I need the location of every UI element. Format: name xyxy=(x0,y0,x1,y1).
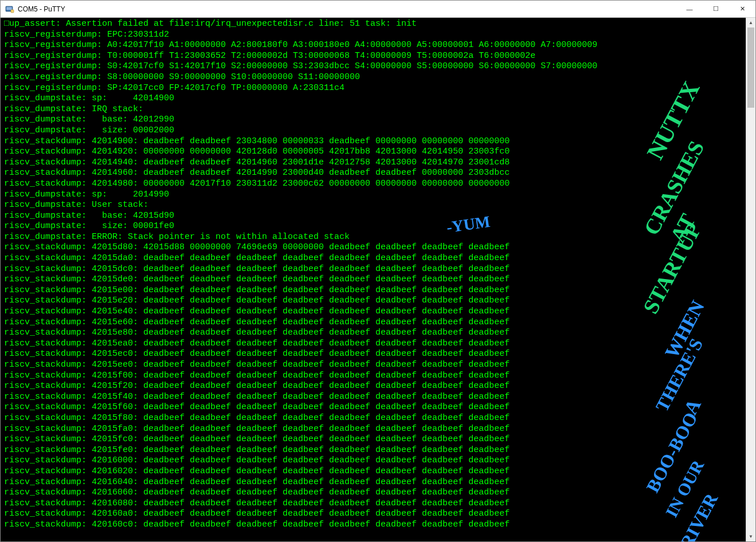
terminal-line: riscv_stackdump: 42015fc0: deadbeef dead… xyxy=(4,434,746,445)
terminal-line: riscv_stackdump: 42014940: deadbeef dead… xyxy=(4,158,746,168)
terminal-line: riscv_stackdump: 420160a0: deadbeef dead… xyxy=(4,509,746,520)
terminal-line: riscv_stackdump: 42015e60: deadbeef dead… xyxy=(4,317,746,328)
terminal-line: riscv_registerdump: T0:000001ff T1:23003… xyxy=(4,51,746,62)
terminal-line: riscv_registerdump: S8:00000000 S9:00000… xyxy=(4,72,746,83)
terminal-line: riscv_registerdump: EPC:230311d2 xyxy=(4,30,746,41)
minimize-button[interactable]: — xyxy=(676,1,703,17)
vertical-scrollbar[interactable]: ▲ ▼ xyxy=(746,18,755,541)
title-bar[interactable]: COM5 - PuTTY — ☐ ✕ xyxy=(1,1,755,18)
terminal-line: riscv_stackdump: 42016060: deadbeef dead… xyxy=(4,488,746,498)
terminal-line: riscv_stackdump: 42014960: deadbeef dead… xyxy=(4,168,746,179)
svg-rect-1 xyxy=(6,7,12,10)
terminal-line: riscv_stackdump: 42016020: deadbeef dead… xyxy=(4,466,746,477)
terminal-line: riscv_registerdump: A0:42017f10 A1:00000… xyxy=(4,40,746,51)
terminal-line: riscv_dumpstate: sp: 2014990 xyxy=(4,190,746,201)
terminal-line: riscv_stackdump: 42015ec0: deadbeef dead… xyxy=(4,349,746,360)
terminal-line: riscv_registerdump: SP:42017cc0 FP:42017… xyxy=(4,83,746,94)
terminal-line: riscv_stackdump: 42016040: deadbeef dead… xyxy=(4,477,746,488)
terminal-line: riscv_dumpstate: base: 42015d90 xyxy=(4,211,746,222)
terminal-line: riscv_stackdump: 42015e80: deadbeef dead… xyxy=(4,328,746,339)
terminal-line: riscv_stackdump: 42014980: 00000000 4201… xyxy=(4,179,746,190)
terminal-line: riscv_stackdump: 42015dc0: deadbeef dead… xyxy=(4,264,746,275)
terminal-line: riscv_stackdump: 42016080: deadbeef dead… xyxy=(4,498,746,509)
scroll-up-button[interactable]: ▲ xyxy=(746,18,755,28)
terminal-line: riscv_stackdump: 42015e20: deadbeef dead… xyxy=(4,296,746,307)
terminal-line: riscv_dumpstate: ERROR: Stack pointer is… xyxy=(4,232,746,243)
terminal-line: riscv_stackdump: 42015f40: deadbeef dead… xyxy=(4,392,746,403)
window-title: COM5 - PuTTY xyxy=(18,5,676,13)
terminal-line: riscv_stackdump: 42014900: deadbeef dead… xyxy=(4,136,746,147)
terminal-line: riscv_stackdump: 42015fe0: deadbeef dead… xyxy=(4,445,746,456)
terminal-line: □up_assert: Assertion failed at file:irq… xyxy=(4,19,746,30)
terminal-line: riscv_stackdump: 42015e00: deadbeef dead… xyxy=(4,285,746,296)
terminal-line: riscv_stackdump: 42014920: 00000000 0000… xyxy=(4,147,746,158)
client-area: □up_assert: Assertion failed at file:irq… xyxy=(1,18,755,541)
window-controls: — ☐ ✕ xyxy=(676,1,755,17)
scroll-thumb[interactable] xyxy=(747,28,754,108)
terminal-line: riscv_dumpstate: User stack: xyxy=(4,200,746,211)
terminal-line: riscv_stackdump: 42015d80: 42015d88 0000… xyxy=(4,242,746,253)
scroll-down-button[interactable]: ▼ xyxy=(746,532,755,541)
terminal-line: riscv_stackdump: 420160c0: deadbeef dead… xyxy=(4,520,746,531)
terminal-line: riscv_stackdump: 42015f00: deadbeef dead… xyxy=(4,371,746,382)
putty-icon xyxy=(5,5,14,14)
terminal-line: riscv_dumpstate: size: 00002000 xyxy=(4,125,746,136)
terminal-line: riscv_stackdump: 42016000: deadbeef dead… xyxy=(4,455,746,466)
scroll-track[interactable] xyxy=(746,28,755,532)
terminal-line: riscv_stackdump: 42015f80: deadbeef dead… xyxy=(4,413,746,424)
terminal-line: riscv_dumpstate: size: 00001fe0 xyxy=(4,221,746,232)
terminal-line: riscv_stackdump: 42015de0: deadbeef dead… xyxy=(4,274,746,285)
maximize-button[interactable]: ☐ xyxy=(703,1,729,17)
putty-window: COM5 - PuTTY — ☐ ✕ □up_assert: Assertion… xyxy=(0,0,756,542)
close-button[interactable]: ✕ xyxy=(729,1,755,17)
terminal-line: riscv_dumpstate: IRQ stack: xyxy=(4,104,746,115)
terminal-line: riscv_stackdump: 42015ee0: deadbeef dead… xyxy=(4,360,746,371)
terminal-line: riscv_registerdump: S0:42017cf0 S1:42017… xyxy=(4,61,746,72)
terminal-line: riscv_stackdump: 42015fa0: deadbeef dead… xyxy=(4,424,746,435)
terminal-line: riscv_stackdump: 42015f20: deadbeef dead… xyxy=(4,381,746,392)
terminal-line: riscv_stackdump: 42015f60: deadbeef dead… xyxy=(4,402,746,413)
terminal-line: riscv_dumpstate: sp: 42014900 xyxy=(4,93,746,104)
terminal-line: riscv_dumpstate: base: 42012990 xyxy=(4,115,746,125)
svg-rect-3 xyxy=(11,10,14,10)
terminal-output[interactable]: □up_assert: Assertion failed at file:irq… xyxy=(1,18,746,541)
terminal-line: riscv_stackdump: 42015da0: deadbeef dead… xyxy=(4,253,746,264)
terminal-line: riscv_stackdump: 42015ea0: deadbeef dead… xyxy=(4,339,746,349)
terminal-line: riscv_stackdump: 42015e40: deadbeef dead… xyxy=(4,307,746,317)
